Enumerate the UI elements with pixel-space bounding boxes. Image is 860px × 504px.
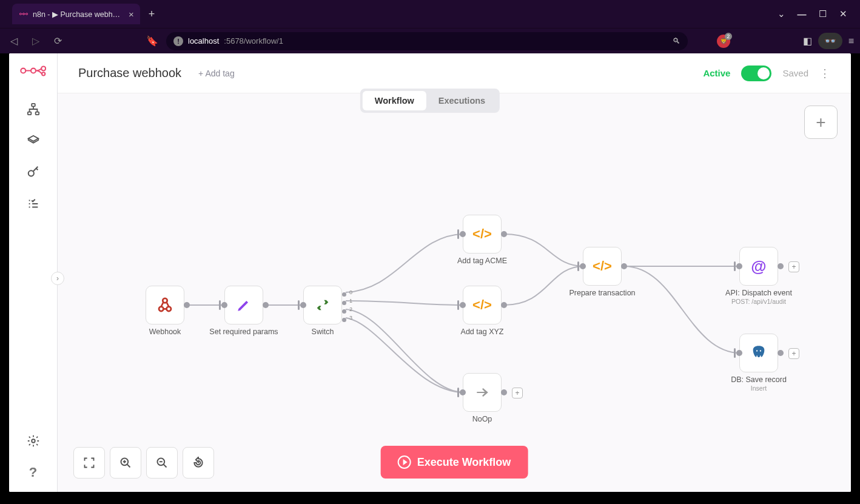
tab-close-icon[interactable]: × xyxy=(129,9,134,19)
svg-point-0 xyxy=(19,13,21,15)
node-label: Prepare transaction xyxy=(569,289,635,297)
node-label: DB: Save record xyxy=(731,375,787,384)
node-add-tag-xyz[interactable]: </> Add tag XYZ xyxy=(463,286,502,324)
node-sublabel: Insert xyxy=(731,385,787,392)
maximize-icon[interactable]: ☐ xyxy=(814,5,831,22)
shields-icon[interactable]: 🦁 xyxy=(717,35,730,48)
fit-view-button[interactable] xyxy=(73,447,105,479)
back-button[interactable]: ◁ xyxy=(6,33,22,49)
zoom-out-button[interactable] xyxy=(146,447,178,479)
svg-point-4 xyxy=(31,69,36,73)
node-set-params[interactable]: Set required params xyxy=(224,286,263,324)
tab-executions[interactable]: Executions xyxy=(426,91,497,110)
app-frame: ? › Purchase webhook + Add tag Active Sa… xyxy=(9,53,851,492)
browser-address-bar: ◁ ▷ ⟳ 🔖 ! localhost:5678/workflow/1 🔍︎ 🦁… xyxy=(0,28,860,53)
canvas-tools xyxy=(73,447,214,479)
bookmark-icon[interactable]: 🔖 xyxy=(144,33,160,49)
port-out[interactable] xyxy=(501,389,507,395)
workflow-header: Purchase webhook + Add tag Active Saved … xyxy=(58,53,851,93)
port-in[interactable] xyxy=(460,231,466,237)
switch-icon xyxy=(313,295,332,315)
url-host: localhost xyxy=(188,36,219,45)
port-out[interactable] xyxy=(184,302,190,308)
node-label: Add tag ACME xyxy=(457,257,507,265)
port-out[interactable] xyxy=(621,263,627,269)
close-icon[interactable]: ✕ xyxy=(835,5,852,22)
search-in-page-icon[interactable]: 🔍︎ xyxy=(673,36,680,45)
svg-point-16 xyxy=(760,350,761,351)
incognito-icon[interactable]: 👓 xyxy=(818,33,842,49)
active-label: Active xyxy=(703,68,730,78)
zoom-in-button[interactable] xyxy=(110,447,141,479)
workflow-canvas[interactable]: + Webhook xyxy=(58,93,851,492)
play-icon xyxy=(398,455,411,469)
sidebar-toggle-icon[interactable]: ◧ xyxy=(803,35,812,47)
port-in[interactable] xyxy=(736,263,742,269)
url-field[interactable]: ! localhost:5678/workflow/1 🔍︎ xyxy=(166,32,688,50)
chevron-down-icon[interactable]: ⌄ xyxy=(773,5,790,22)
node-label: Webhook xyxy=(149,328,181,336)
port-out-3[interactable] xyxy=(342,318,346,322)
add-tag-button[interactable]: + Add tag xyxy=(198,69,235,78)
node-label: API: Dispatch event xyxy=(725,289,792,297)
port-in[interactable] xyxy=(460,389,466,395)
svg-point-5 xyxy=(41,67,45,71)
site-info-icon[interactable]: ! xyxy=(173,36,183,46)
active-toggle[interactable] xyxy=(741,66,771,81)
port-out-1[interactable] xyxy=(342,301,346,305)
node-webhook[interactable]: Webhook xyxy=(146,286,184,324)
code-icon: </> xyxy=(593,257,612,276)
port-out[interactable] xyxy=(263,302,269,308)
node-sublabel: POST: /api/v1/audit xyxy=(725,298,792,305)
port-in[interactable] xyxy=(300,302,306,308)
add-connection-button[interactable]: + xyxy=(512,388,523,398)
svg-rect-9 xyxy=(35,112,38,115)
forward-button[interactable]: ▷ xyxy=(28,33,44,49)
new-tab-button[interactable]: + xyxy=(149,8,155,21)
port-in[interactable] xyxy=(580,263,586,269)
port-out[interactable] xyxy=(501,231,507,237)
workflows-nav-icon[interactable] xyxy=(21,97,45,121)
help-nav-icon[interactable]: ? xyxy=(21,460,45,485)
port-out[interactable] xyxy=(778,350,784,356)
minimize-icon[interactable]: — xyxy=(793,5,810,22)
hamburger-menu-icon[interactable]: ≡ xyxy=(848,36,854,47)
add-connection-button[interactable]: + xyxy=(788,261,799,272)
workflow-menu-icon[interactable]: ⋮ xyxy=(819,67,830,80)
svg-rect-8 xyxy=(27,112,31,115)
switch-out-label-1: 1 xyxy=(349,298,352,304)
settings-nav-icon[interactable] xyxy=(21,429,45,453)
reload-button[interactable]: ⟳ xyxy=(50,33,66,49)
port-out-0[interactable] xyxy=(342,292,346,297)
node-db-save[interactable]: + DB: Save record Insert xyxy=(739,334,778,372)
node-label: Set required params xyxy=(209,328,278,336)
port-in[interactable] xyxy=(736,350,742,356)
credentials-nav-icon[interactable] xyxy=(21,160,45,184)
browser-tab-title: n8n - ▶ Purchase webhook xyxy=(33,10,124,19)
tab-workflow[interactable]: Workflow xyxy=(363,91,426,110)
svg-rect-7 xyxy=(32,104,35,107)
node-noop[interactable]: + NoOp xyxy=(463,373,502,412)
node-api-dispatch[interactable]: @ + API: Dispatch event POST: /api/v1/au… xyxy=(739,247,778,286)
executions-nav-icon[interactable] xyxy=(21,192,45,216)
port-out-2[interactable] xyxy=(342,309,346,314)
port-out[interactable] xyxy=(778,263,784,269)
n8n-logo-icon[interactable] xyxy=(20,64,47,81)
node-prepare-transaction[interactable]: </> Prepare transaction xyxy=(583,247,622,286)
code-icon: </> xyxy=(472,224,492,244)
browser-tab[interactable]: n8n - ▶ Purchase webhook × xyxy=(12,4,140,24)
add-connection-button[interactable]: + xyxy=(788,348,799,359)
templates-nav-icon[interactable] xyxy=(21,129,45,153)
node-switch[interactable]: 0 1 2 3 Switch xyxy=(303,286,342,324)
sidebar: ? xyxy=(9,53,58,492)
sidebar-expand-handle[interactable]: › xyxy=(51,272,64,285)
reset-view-button[interactable] xyxy=(183,447,214,479)
port-in[interactable] xyxy=(221,302,227,308)
execute-workflow-button[interactable]: Execute Workflow xyxy=(381,446,528,479)
node-add-tag-acme[interactable]: </> Add tag ACME xyxy=(463,215,502,254)
port-in[interactable] xyxy=(460,302,466,308)
port-out[interactable] xyxy=(501,302,507,308)
workflow-name[interactable]: Purchase webhook xyxy=(78,66,181,80)
node-label: Switch xyxy=(312,328,334,336)
add-node-button[interactable]: + xyxy=(804,106,838,139)
